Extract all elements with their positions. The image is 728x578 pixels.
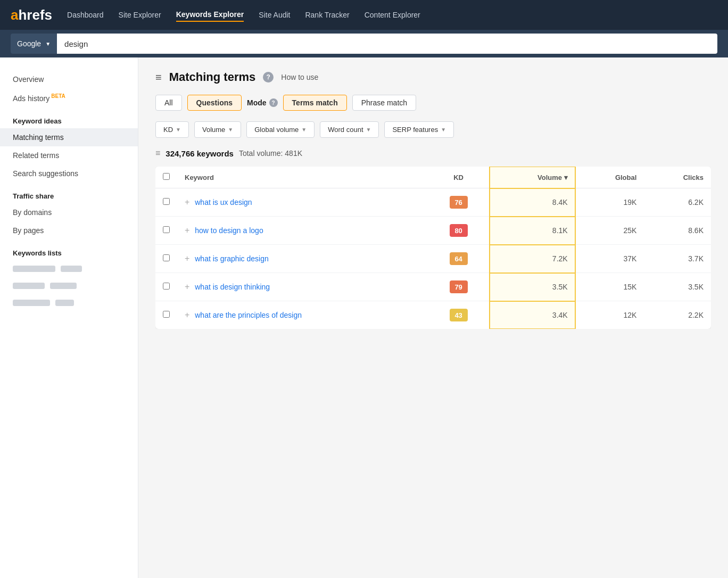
search-bar: Google ▼ — [0, 30, 728, 57]
row-checkbox-cell[interactable] — [155, 217, 177, 245]
search-input-wrapper — [57, 34, 717, 54]
blurred-list-text-2 — [13, 283, 45, 289]
chevron-down-icon: ▼ — [441, 127, 446, 133]
chevron-down-icon: ▼ — [176, 127, 181, 133]
help-circle-icon[interactable]: ? — [263, 72, 274, 82]
sidebar-item-related-terms[interactable]: Related terms — [0, 146, 138, 164]
row-checkbox-cell[interactable] — [155, 273, 177, 301]
search-input[interactable] — [64, 39, 710, 48]
th-volume[interactable]: Volume ▾ — [490, 167, 575, 188]
row-volume-cell: 8.4K — [490, 188, 575, 217]
th-global: Global — [575, 167, 644, 188]
row-checkbox-cell[interactable] — [155, 245, 177, 273]
filters-row: KD ▼ Volume ▼ Global volume ▼ Word count… — [155, 121, 711, 138]
filter-word-count[interactable]: Word count ▼ — [320, 121, 379, 138]
table-row: + what is ux design 76 8.4K 19K 6.2K — [155, 188, 711, 217]
th-kd: KD — [427, 167, 490, 188]
th-select-all[interactable] — [155, 167, 177, 188]
row-kd-cell: 43 — [427, 301, 490, 329]
tab-questions[interactable]: Questions — [187, 95, 242, 111]
mode-help-icon[interactable]: ? — [269, 98, 278, 107]
top-navigation: ahrefs Dashboard Site Explorer Keywords … — [0, 0, 728, 30]
hamburger-icon[interactable]: ≡ — [155, 71, 162, 84]
search-engine-select[interactable]: Google ▼ — [11, 34, 57, 54]
blurred-list-text-1 — [13, 266, 55, 272]
row-checkbox-cell[interactable] — [155, 188, 177, 217]
page-title: Matching terms — [169, 70, 256, 84]
sidebar-item-ads-history[interactable]: Ads historyBETA — [0, 88, 138, 108]
nav-content-explorer[interactable]: Content Explorer — [365, 9, 420, 21]
sidebar-item-by-domains[interactable]: By domains — [0, 203, 138, 221]
blurred-list-count-2 — [50, 283, 77, 289]
keyword-link[interactable]: how to design a logo — [195, 226, 263, 235]
total-volume: Total volume: 481K — [239, 149, 302, 158]
kd-badge: 64 — [450, 252, 468, 265]
sidebar-item-search-suggestions[interactable]: Search suggestions — [0, 164, 138, 183]
row-checkbox[interactable] — [163, 283, 170, 290]
tab-terms-match[interactable]: Terms match — [283, 95, 347, 111]
kd-badge: 76 — [450, 196, 468, 209]
nav-rank-tracker[interactable]: Rank Tracker — [305, 9, 349, 21]
row-volume-cell: 7.2K — [490, 245, 575, 273]
blurred-list-count-3 — [55, 300, 74, 306]
main-content: ≡ Matching terms ? How to use All Questi… — [138, 57, 728, 578]
sidebar-list-item-2[interactable] — [0, 277, 138, 294]
page-header: ≡ Matching terms ? How to use — [155, 70, 711, 84]
row-global-cell: 19K — [575, 188, 644, 217]
sidebar: Overview Ads historyBETA Keyword ideas M… — [0, 57, 138, 578]
add-keyword-button[interactable]: + — [185, 282, 189, 292]
row-checkbox[interactable] — [163, 254, 170, 261]
nav-dashboard[interactable]: Dashboard — [67, 9, 104, 21]
row-keyword-cell: + what is ux design — [177, 188, 427, 217]
keyword-link[interactable]: what is ux design — [195, 198, 252, 207]
select-all-checkbox[interactable] — [163, 173, 170, 180]
sidebar-section-keywords-lists: Keywords lists — [0, 240, 138, 260]
blurred-list-text-3 — [13, 300, 50, 306]
ads-history-badge: BETA — [51, 93, 65, 99]
row-keyword-cell: + what is design thinking — [177, 273, 427, 301]
row-checkbox[interactable] — [163, 226, 170, 233]
nav-site-explorer[interactable]: Site Explorer — [119, 9, 161, 21]
add-keyword-button[interactable]: + — [185, 226, 189, 235]
filter-serp-features[interactable]: SERP features ▼ — [384, 121, 454, 138]
chevron-down-icon: ▼ — [366, 127, 371, 133]
logo[interactable]: ahrefs — [11, 7, 52, 23]
results-hamburger-icon[interactable]: ≡ — [155, 148, 160, 158]
kd-badge: 43 — [450, 309, 468, 321]
row-checkbox[interactable] — [163, 311, 170, 318]
row-clicks-cell: 8.6K — [644, 217, 711, 245]
sidebar-item-matching-terms[interactable]: Matching terms — [0, 128, 138, 146]
tab-all[interactable]: All — [155, 95, 182, 111]
logo-hrefs: hrefs — [18, 7, 52, 23]
add-keyword-button[interactable]: + — [185, 197, 189, 207]
table-row: + what is design thinking 79 3.5K 15K 3.… — [155, 273, 711, 301]
add-keyword-button[interactable]: + — [185, 310, 189, 320]
kd-badge: 79 — [450, 280, 468, 293]
nav-site-audit[interactable]: Site Audit — [259, 9, 290, 21]
keyword-link[interactable]: what is graphic design — [195, 254, 269, 263]
nav-keywords-explorer[interactable]: Keywords Explorer — [176, 8, 244, 22]
row-clicks-cell: 3.7K — [644, 245, 711, 273]
sidebar-item-by-pages[interactable]: By pages — [0, 221, 138, 240]
keyword-link[interactable]: what are the principles of design — [195, 311, 302, 319]
keyword-link[interactable]: what is design thinking — [195, 283, 270, 291]
results-summary: ≡ 324,766 keywords Total volume: 481K — [155, 148, 711, 158]
how-to-use-button[interactable]: How to use — [281, 73, 318, 81]
add-keyword-button[interactable]: + — [185, 254, 189, 263]
blurred-list-count-1 — [61, 266, 82, 272]
tab-phrase-match[interactable]: Phrase match — [352, 95, 416, 111]
sidebar-item-overview[interactable]: Overview — [0, 70, 138, 88]
filter-kd[interactable]: KD ▼ — [155, 121, 189, 138]
filter-volume[interactable]: Volume ▼ — [194, 121, 241, 138]
filter-global-volume[interactable]: Global volume ▼ — [246, 121, 315, 138]
sidebar-list-item-1[interactable] — [0, 260, 138, 277]
row-clicks-cell: 2.2K — [644, 301, 711, 329]
row-checkbox[interactable] — [163, 198, 170, 205]
chevron-down-icon: ▼ — [45, 41, 51, 47]
row-keyword-cell: + what are the principles of design — [177, 301, 427, 329]
row-global-cell: 12K — [575, 301, 644, 329]
row-volume-cell: 3.5K — [490, 273, 575, 301]
row-checkbox-cell[interactable] — [155, 301, 177, 329]
sidebar-list-item-3[interactable] — [0, 294, 138, 311]
row-kd-cell: 80 — [427, 217, 490, 245]
